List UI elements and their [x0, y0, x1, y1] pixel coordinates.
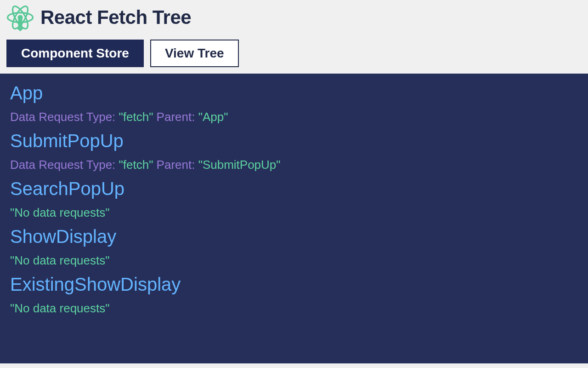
parent-value: "App": [198, 110, 228, 124]
title-row: React Fetch Tree: [6, 4, 582, 31]
app-title: React Fetch Tree: [40, 6, 191, 29]
component-name: App: [10, 83, 578, 104]
no-data-requests: "No data requests": [10, 253, 109, 267]
component-meta: "No data requests": [10, 253, 578, 268]
component-entry: SearchPopUp"No data requests": [10, 178, 578, 220]
parent-label: Parent:: [153, 158, 198, 172]
component-entry: ExistingShowDisplay"No data requests": [10, 274, 578, 316]
parent-label: Parent:: [153, 110, 198, 124]
component-meta: "No data requests": [10, 301, 578, 316]
component-entry: SubmitPopUpData Request Type: "fetch" Pa…: [10, 131, 578, 172]
header: React Fetch Tree Component Store View Tr…: [0, 0, 588, 74]
no-data-requests: "No data requests": [10, 206, 109, 219]
tab-row: Component Store View Tree: [6, 40, 582, 67]
react-logo-icon: [6, 4, 34, 31]
data-request-type-value: "fetch": [119, 110, 153, 124]
component-store-panel: AppData Request Type: "fetch" Parent: "A…: [0, 74, 588, 363]
data-request-type-label: Data Request Type:: [10, 158, 119, 172]
tab-view-tree[interactable]: View Tree: [150, 40, 239, 67]
component-name: ShowDisplay: [10, 226, 578, 247]
data-request-type-value: "fetch": [119, 158, 153, 172]
component-name: SubmitPopUp: [10, 131, 578, 151]
component-entry: AppData Request Type: "fetch" Parent: "A…: [10, 83, 578, 124]
component-meta: "No data requests": [10, 206, 578, 220]
component-meta: Data Request Type: "fetch" Parent: "App": [10, 110, 578, 124]
no-data-requests: "No data requests": [10, 301, 109, 315]
parent-value: "SubmitPopUp": [198, 158, 281, 172]
component-name: ExistingShowDisplay: [10, 274, 578, 295]
component-meta: Data Request Type: "fetch" Parent: "Subm…: [10, 158, 578, 172]
tab-component-store[interactable]: Component Store: [6, 40, 144, 67]
component-entry: ShowDisplay"No data requests": [10, 226, 578, 268]
component-name: SearchPopUp: [10, 178, 578, 199]
data-request-type-label: Data Request Type:: [10, 110, 119, 124]
